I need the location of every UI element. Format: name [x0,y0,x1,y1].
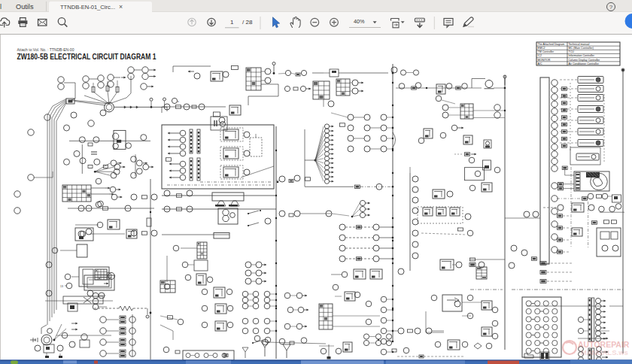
svg-text:MONITOR: MONITOR [538,59,551,62]
svg-text:MANUALS.ws: MANUALS.ws [581,348,628,356]
svg-text:1: 1 [230,19,234,26]
svg-text:×: × [119,3,123,11]
svg-text:/ 28: / 28 [242,19,253,26]
svg-text:Air Conditioner Controller: Air Conditioner Controller [569,62,600,65]
svg-text:TTNDB-EN-01_Circ...: TTNDB-EN-01_Circ... [60,4,115,11]
svg-text:Outils: Outils [16,3,34,11]
svg-text:TM Controller: TM Controller [538,50,555,53]
svg-text:TCU: TCU [569,50,575,53]
svg-text:13: 13 [60,285,63,288]
svg-text:EMC2: EMC2 [538,47,545,50]
svg-text:il: il [0,3,2,11]
svg-text:MC (Main Controller): MC (Main Controller) [569,47,594,50]
svg-text:The Attached Diagram: The Attached Diagram [538,43,565,46]
svg-text:IC2: IC2 [538,54,542,57]
svg-text:A/C: A/C [538,62,542,65]
svg-text:?: ? [609,4,613,11]
svg-text:Technical manual: Technical manual [569,43,590,46]
svg-text:40%: 40% [354,18,365,25]
svg-text:Information Controller: Information Controller [569,54,595,57]
svg-text:ZW180-5B ELECTRICAL CIRCUIT DI: ZW180-5B ELECTRICAL CIRCUIT DIAGRAM 1 [17,53,156,61]
svg-text:Attach to Vol. No. : TTNDB-EN-: Attach to Vol. No. : TTNDB-EN-00 [17,47,74,52]
svg-text:Column Display Controller: Column Display Controller [569,59,601,62]
